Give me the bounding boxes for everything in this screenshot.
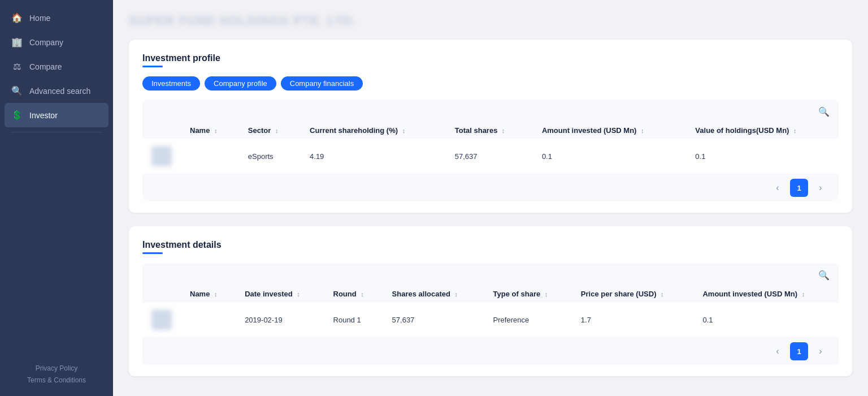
investment-profile-table-wrapper: 🔍 Name ↕ Sector ↕ xyxy=(142,100,839,201)
company-logo xyxy=(151,146,172,166)
tab-pills: Investments Company profile Company fina… xyxy=(142,76,839,91)
details-pagination-prev[interactable]: ‹ xyxy=(769,342,787,360)
investment-details-card: Investment details 🔍 Name ↕ Date investe… xyxy=(129,226,852,376)
sidebar-divider xyxy=(11,132,102,132)
details-col-date-invested: Date invested ↕ xyxy=(236,285,324,303)
row-logo-cell xyxy=(142,139,181,173)
home-icon: 🏠 xyxy=(11,12,23,23)
sidebar-item-label: Compare xyxy=(29,62,62,71)
sidebar-nav: 🏠 Home 🏢 Company ⚖ Compare 🔍 Advanced se… xyxy=(0,6,113,354)
investor-icon: 💲 xyxy=(11,110,23,120)
details-table-search-row: 🔍 xyxy=(142,270,839,285)
table-search-icon[interactable]: 🔍 xyxy=(818,106,830,117)
row-amount-invested-cell: 0.1 xyxy=(533,139,686,173)
sort-icon-d-price[interactable]: ↕ xyxy=(661,291,664,298)
investment-details-pagination: ‹ 1 › xyxy=(142,337,839,360)
table-row: eSports 4.19 57,637 0.1 0.1 xyxy=(142,139,839,173)
sort-icon-value-holdings[interactable]: ↕ xyxy=(793,127,797,134)
row-total-shares-cell: 57,637 xyxy=(446,139,533,173)
investment-profile-card: Investment profile Investments Company p… xyxy=(129,40,852,213)
pagination-page-1[interactable]: 1 xyxy=(790,179,808,197)
investment-profile-title: Investment profile xyxy=(142,53,839,63)
sort-icon-d-type[interactable]: ↕ xyxy=(545,291,548,298)
tab-investments[interactable]: Investments xyxy=(142,76,200,91)
sort-icon-d-shares[interactable]: ↕ xyxy=(455,291,458,298)
search-icon: 🔍 xyxy=(11,85,23,96)
details-row-shares-cell: 57,637 xyxy=(383,303,484,337)
details-col-round: Round ↕ xyxy=(324,285,383,303)
investment-details-underline xyxy=(142,252,163,254)
details-row-logo-cell xyxy=(142,303,181,337)
pagination-next[interactable]: › xyxy=(811,179,830,197)
details-company-logo xyxy=(151,309,172,330)
sort-icon-d-amount[interactable]: ↕ xyxy=(802,291,805,298)
investment-details-title: Investment details xyxy=(142,240,839,250)
sort-icon-shareholding[interactable]: ↕ xyxy=(402,127,406,134)
sidebar: 🏠 Home 🏢 Company ⚖ Compare 🔍 Advanced se… xyxy=(0,0,113,396)
col-amount-invested: Amount invested (USD Mn) ↕ xyxy=(533,122,686,139)
sidebar-item-label: Company xyxy=(29,38,63,47)
details-col-amount-invested: Amount invested (USD Mn) ↕ xyxy=(693,285,839,303)
sidebar-item-investor[interactable]: 💲 Investor xyxy=(5,103,108,127)
row-name-cell xyxy=(181,139,239,173)
company-icon: 🏢 xyxy=(11,37,23,48)
tab-company-profile[interactable]: Company profile xyxy=(205,76,276,91)
col-shareholding: Current shareholding (%) ↕ xyxy=(301,122,446,139)
sort-icon-total-shares[interactable]: ↕ xyxy=(502,127,505,134)
col-logo xyxy=(142,122,181,139)
investment-details-table: Name ↕ Date invested ↕ Round ↕ Shares xyxy=(142,285,839,337)
details-table-row: 2019-02-19 Round 1 57,637 Preference 1.7… xyxy=(142,303,839,337)
sort-icon-d-name[interactable]: ↕ xyxy=(214,291,218,298)
details-row-round-cell: Round 1 xyxy=(324,303,383,337)
details-row-price-cell: 1.7 xyxy=(572,303,694,337)
compare-icon: ⚖ xyxy=(11,61,23,72)
col-value-holdings: Value of holdings(USD Mn) ↕ xyxy=(686,122,839,139)
details-pagination-next[interactable]: › xyxy=(811,342,830,360)
details-pagination-page-1[interactable]: 1 xyxy=(790,342,808,360)
sidebar-item-compare[interactable]: ⚖ Compare xyxy=(0,54,113,79)
details-col-shares-allocated: Shares allocated ↕ xyxy=(383,285,484,303)
details-row-amount-cell: 0.1 xyxy=(693,303,839,337)
investment-profile-underline xyxy=(142,66,163,67)
details-table-header-row: Name ↕ Date invested ↕ Round ↕ Shares xyxy=(142,285,839,303)
details-col-type-of-share: Type of share ↕ xyxy=(484,285,572,303)
sidebar-item-home[interactable]: 🏠 Home xyxy=(0,6,113,30)
row-value-holdings-cell: 0.1 xyxy=(686,139,839,173)
privacy-policy-link[interactable]: Privacy Policy xyxy=(11,363,102,375)
sidebar-item-company[interactable]: 🏢 Company xyxy=(0,30,113,54)
col-name: Name ↕ xyxy=(181,122,239,139)
row-shareholding-cell: 4.19 xyxy=(301,139,446,173)
investment-profile-pagination: ‹ 1 › xyxy=(142,173,839,197)
col-total-shares: Total shares ↕ xyxy=(446,122,533,139)
investment-details-table-wrapper: 🔍 Name ↕ Date invested ↕ xyxy=(142,263,839,365)
table-search-row: 🔍 xyxy=(142,106,839,122)
sidebar-item-advanced-search[interactable]: 🔍 Advanced search xyxy=(0,79,113,103)
row-sector-cell: eSports xyxy=(239,139,301,173)
terms-conditions-link[interactable]: Terms & Conditions xyxy=(11,375,102,387)
sidebar-item-label: Home xyxy=(29,14,50,23)
details-row-type-cell: Preference xyxy=(484,303,572,337)
sort-icon-amount-invested[interactable]: ↕ xyxy=(641,127,644,134)
sort-icon-name[interactable]: ↕ xyxy=(214,127,218,134)
sort-icon-sector[interactable]: ↕ xyxy=(275,127,279,134)
sidebar-item-label: Investor xyxy=(29,111,58,120)
details-row-name-cell xyxy=(181,303,236,337)
company-name: SUPER FUND HOLDINGS PTE. LTD. xyxy=(129,14,852,28)
main-content: SUPER FUND HOLDINGS PTE. LTD. Investment… xyxy=(113,0,868,396)
investment-profile-table: Name ↕ Sector ↕ Current shareholding (%)… xyxy=(142,122,839,173)
col-sector: Sector ↕ xyxy=(239,122,301,139)
sidebar-footer: Privacy Policy Terms & Conditions xyxy=(0,354,113,396)
details-table-search-icon[interactable]: 🔍 xyxy=(818,270,830,281)
details-col-price-per-share: Price per share (USD) ↕ xyxy=(572,285,694,303)
details-col-name: Name ↕ xyxy=(181,285,236,303)
details-row-date-cell: 2019-02-19 xyxy=(236,303,324,337)
table-header-row: Name ↕ Sector ↕ Current shareholding (%)… xyxy=(142,122,839,139)
tab-company-financials[interactable]: Company financials xyxy=(281,76,363,91)
sort-icon-d-date[interactable]: ↕ xyxy=(297,291,300,298)
details-col-logo xyxy=(142,285,181,303)
sort-icon-d-round[interactable]: ↕ xyxy=(361,291,364,298)
sidebar-item-label: Advanced search xyxy=(29,87,90,96)
pagination-prev[interactable]: ‹ xyxy=(769,179,787,197)
